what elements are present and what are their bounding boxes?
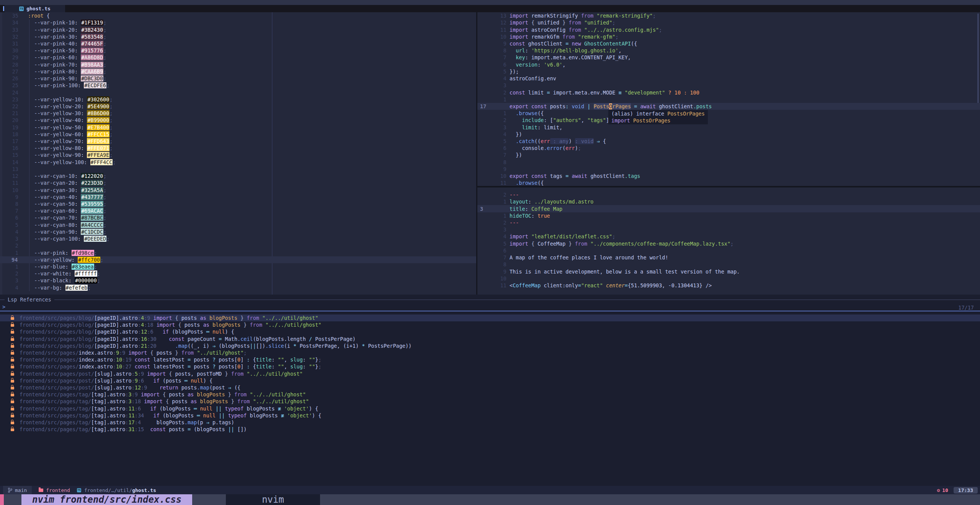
code-line[interactable]: 32 --var-pink-30: #583548; [0, 33, 476, 40]
code-line[interactable]: 9This is in active development, below is… [477, 268, 980, 275]
code-line[interactable]: 8 url: 'https://bell-blog.ghost.io', [477, 47, 980, 54]
reference-row[interactable]: frontend/src/pages/blog/[pageID].astro:4… [0, 321, 980, 328]
code-line[interactable]: 10import remarkGfm from "remark-gfm"; [477, 33, 980, 40]
code-line[interactable]: 11<CoffeeMap client:only="react" center=… [477, 282, 980, 289]
code-line[interactable]: 25 --var-pink-100: #ECDFE6; [0, 82, 476, 89]
code-line[interactable]: 35:root { [0, 12, 476, 19]
code-line[interactable]: 4 }) [477, 131, 980, 138]
code-line[interactable]: 2 --var-white: #ffffff; [0, 270, 476, 277]
pane-index-css[interactable]: 35:root {34 --var-pink-10: #1F1319;33 --… [0, 12, 476, 295]
code-line[interactable]: 8 --var-cyan-50: #539595; [0, 200, 476, 207]
reference-row[interactable]: frontend/src/pages/tag/[tag].astro:31:15… [0, 426, 980, 433]
code-line[interactable]: 23 --var-yellow-10: #302600; [0, 96, 476, 103]
code-line[interactable]: 30 --var-pink-50: #915776; [0, 47, 476, 54]
pane-coffee-map-md[interactable]: 2---1layout: ../layouts/md.astro3title: … [477, 187, 980, 295]
code-line[interactable]: 6 version: 'v6.0', [477, 61, 980, 68]
code-line[interactable]: 4 --var-cyan-90: #C1DCDC; [0, 228, 476, 235]
code-line[interactable]: 9const ghostClient = new GhostContentAPI… [477, 40, 980, 47]
reference-row[interactable]: frontend/src/pages/tag/[tag].astro:3:9 i… [0, 391, 980, 398]
code-line[interactable]: 15 --var-yellow-90: #FFEA9E; [0, 152, 476, 158]
code-line[interactable]: 26 --var-pink-90: #DBC3D0; [0, 75, 476, 82]
reference-row[interactable]: frontend/src/pages/index.astro:9:9 impor… [0, 349, 980, 356]
code-line-current[interactable]: 3title: Coffee Map [477, 205, 980, 212]
code-line[interactable]: 7A map of the coffee places I love aroun… [477, 254, 980, 261]
code-line[interactable]: 11import astroConfig from "../../astro.c… [477, 26, 980, 33]
code-line[interactable]: 9 --var-cyan-40: #437777; [0, 194, 476, 200]
taskbar-window-inactive[interactable]: nvim [226, 494, 320, 505]
code-line[interactable]: 1 .browse({ [477, 110, 980, 117]
reference-row[interactable]: frontend/src/pages/post/[slug].astro:5:9… [0, 370, 980, 377]
code-line[interactable]: 28 --var-pink-70: #B98AA3; [0, 61, 476, 68]
code-line[interactable]: 6 --var-cyan-70: #87BCBC; [0, 214, 476, 221]
code-line[interactable]: 4 --var-bg: #efefeb; [0, 284, 476, 291]
code-line[interactable]: 5import { CoffeeMap } from "../component… [477, 240, 980, 247]
code-line[interactable]: 8 [477, 261, 980, 268]
code-line[interactable]: 4astroConfig.env [477, 75, 980, 82]
code-line[interactable]: 5 .catch((err : any) : void ⇒ { [477, 138, 980, 145]
references-prompt[interactable]: > [2, 304, 5, 310]
code-line[interactable]: 27 --var-pink-80: #CAA6B9; [0, 68, 476, 75]
code-line[interactable]: 24 [0, 89, 476, 96]
code-line[interactable]: 3 --var-black: #000000; [0, 277, 476, 284]
code-line[interactable]: 22 --var-yellow-20: #5E4900; [0, 103, 476, 110]
code-line[interactable]: 31 --var-pink-40: #74465F; [0, 40, 476, 47]
code-line[interactable]: 3 limit: limit, [477, 124, 980, 131]
code-line[interactable]: 1hideTOC: true [477, 212, 980, 219]
tab-ghost-ts[interactable]: TS ghost.ts [5, 5, 65, 12]
code-line[interactable]: 17 --var-yellow-70: #FFD643; [0, 138, 476, 145]
code-line[interactable]: 29 --var-pink-60: #A86D8D; [0, 54, 476, 61]
code-line[interactable]: 7 }) [477, 152, 980, 158]
code-line[interactable]: 2--- [477, 219, 980, 226]
reference-row[interactable]: frontend/src/pages/blog/[pageID].astro:4… [0, 314, 980, 321]
code-line[interactable]: 20 --var-yellow-40: #B99000; [0, 117, 476, 124]
plugin-updates-indicator[interactable]: ⚙10 [937, 487, 948, 493]
code-line[interactable]: 11 .browse({ [477, 179, 980, 186]
code-line-current[interactable]: 94 --var-yellow: #ffc700; [0, 256, 476, 263]
code-line[interactable]: 5 --var-cyan-80: #A4CCCC; [0, 222, 476, 228]
taskbar-window-active[interactable]: nvim frontend/src/index.css [21, 494, 192, 505]
code-line[interactable]: 12import { unified } from "unified"; [477, 19, 980, 26]
code-line[interactable]: 1 --var-pink: #fd98ce; [0, 249, 476, 256]
code-line[interactable]: 14 --var-yellow-100: #FFF4CC; [0, 159, 476, 166]
code-line[interactable]: 3 --var-cyan-100: #DEEDED; [0, 235, 476, 242]
reference-row[interactable]: frontend/src/pages/blog/[pageID].astro:1… [0, 336, 980, 342]
code-line[interactable]: 33 --var-pink-20: #3B2430; [0, 26, 476, 33]
code-line[interactable]: 21 --var-yellow-30: #8B6D00; [0, 110, 476, 117]
file-path-segment[interactable]: TS frontend/…/util/ghost.ts [77, 487, 156, 493]
code-line[interactable]: 7 --var-cyan-60: #69ACAC; [0, 207, 476, 214]
reference-row[interactable]: frontend/src/pages/tag/[tag].astro:3:18 … [0, 398, 980, 405]
code-line[interactable]: 12 --var-cyan-10: #122020; [0, 173, 476, 179]
code-line[interactable]: 18 --var-yellow-60: #FFCC15; [0, 131, 476, 138]
code-line[interactable]: 13 [0, 166, 476, 173]
code-line[interactable]: 9 [477, 166, 980, 173]
code-line[interactable]: 1layout: ../layouts/md.astro [477, 198, 980, 205]
code-line[interactable]: 19 --var-yellow-50: #E7B400; [0, 124, 476, 131]
code-line[interactable]: 8 [477, 159, 980, 166]
code-line[interactable]: 34 --var-pink-10: #1F1319; [0, 19, 476, 26]
pane-ghost-ts[interactable]: 13import remarkStringify from "remark-st… [477, 12, 980, 186]
project-segment[interactable]: frontend [39, 487, 70, 493]
code-line[interactable]: 6 console.error(err); [477, 145, 980, 152]
reference-row[interactable]: frontend/src/pages/blog/[pageID].astro:2… [0, 342, 980, 349]
code-line[interactable]: 6 [477, 247, 980, 254]
code-line[interactable]: 1 [477, 96, 980, 103]
reference-row[interactable]: frontend/src/pages/tag/[tag].astro:11:34… [0, 412, 980, 419]
code-line[interactable]: 10 [477, 275, 980, 282]
reference-row[interactable]: frontend/src/pages/tag/[tag].astro:17:4 … [0, 419, 980, 426]
code-line[interactable]: 3 [477, 82, 980, 89]
code-line[interactable]: 11 --var-cyan-20: #223D3D; [0, 179, 476, 186]
code-line-current[interactable]: 17export const posts: void | PostsOrPage… [477, 103, 980, 110]
reference-row[interactable]: frontend/src/pages/post/[slug].astro:9:6… [0, 377, 980, 384]
code-line[interactable]: 16 --var-yellow-80: #FFE071; [0, 145, 476, 152]
code-line[interactable]: 2--- [477, 191, 980, 198]
code-line[interactable]: 13import remarkStringify from "remark-st… [477, 12, 980, 19]
code-line[interactable]: 2 [0, 242, 476, 249]
reference-row[interactable]: frontend/src/pages/blog/[pageID].astro:1… [0, 328, 980, 335]
git-branch-segment[interactable]: main [3, 486, 32, 494]
code-line[interactable]: 2const limit = import.meta.env.MODE ≡ "d… [477, 89, 980, 96]
reference-row[interactable]: frontend/src/pages/tag/[tag].astro:11:6 … [0, 405, 980, 412]
code-line[interactable]: 1 --var-blue: #83eaea; [0, 263, 476, 270]
code-line[interactable]: 7 key: import.meta.env.CONTENT_API_KEY, [477, 54, 980, 61]
reference-row[interactable]: frontend/src/pages/index.astro:10:19 con… [0, 356, 980, 363]
code-line[interactable]: 5}); [477, 68, 980, 75]
